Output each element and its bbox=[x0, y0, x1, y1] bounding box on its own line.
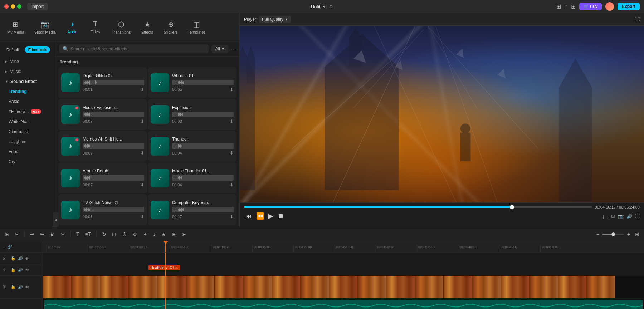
fullscreen-icon[interactable]: ⛶ bbox=[635, 16, 640, 22]
sidebar-item-basic[interactable]: Basic bbox=[0, 97, 55, 107]
download-button-memes-ah[interactable]: ⬇ bbox=[140, 150, 144, 156]
timeline-tool-speed[interactable]: ⏱ bbox=[120, 230, 129, 238]
track-3-lock[interactable]: 🔓 bbox=[11, 285, 16, 289]
sidebar-item-trending[interactable]: Trending bbox=[0, 87, 55, 97]
download-button-house-explosion[interactable]: ⬇ bbox=[140, 119, 144, 124]
audio-card-atomic-bomb[interactable]: ♪ Atomic Bomb bbox=[58, 162, 147, 193]
import-button[interactable]: Import bbox=[27, 3, 48, 10]
track-3-audio[interactable]: 🔊 bbox=[18, 285, 23, 289]
download-button-whoosh-01[interactable]: ⬇ bbox=[230, 87, 234, 92]
close-button[interactable] bbox=[4, 4, 9, 9]
play-button[interactable]: ▶ bbox=[267, 211, 275, 221]
download-button-atomic-bomb[interactable]: ⬇ bbox=[140, 182, 144, 187]
audio-card-tv-glitch[interactable]: ♪ TV Glitch Noise 01 bbox=[58, 194, 147, 225]
tab-filmstock[interactable]: Filmstock bbox=[25, 46, 50, 53]
toolbar-item-stickers[interactable]: ⊕ Stickers bbox=[160, 17, 182, 37]
download-button-tv-glitch[interactable]: ⬇ bbox=[140, 214, 144, 219]
audio-card-memes-ah[interactable]: ♪ Memes-Ah Shit He... bbox=[58, 131, 147, 162]
download-button-digital-glitch-02[interactable]: ⬇ bbox=[140, 87, 144, 92]
track-4-audio[interactable]: 🔊 bbox=[18, 268, 23, 272]
progress-bar[interactable] bbox=[244, 206, 592, 208]
vfx-label[interactable]: Realistic VFX P... bbox=[148, 265, 180, 270]
quality-select[interactable]: Full Quality ▼ bbox=[259, 16, 291, 23]
export-button[interactable]: Export bbox=[618, 3, 640, 10]
audio-card-computer-keyboard[interactable]: ♪ Computer Keyboar... bbox=[148, 194, 236, 225]
download-button-explosion[interactable]: ⬇ bbox=[230, 119, 234, 124]
sidebar-item-cinematic[interactable]: Cinematic bbox=[0, 127, 55, 137]
tab-default[interactable]: Default bbox=[3, 46, 23, 53]
timeline-tool-trim[interactable]: ✂ bbox=[13, 230, 21, 238]
sidebar-item-sound-effect[interactable]: ▼ Sound Effect bbox=[0, 77, 55, 87]
sidebar-item-white-noise[interactable]: White No... bbox=[0, 117, 55, 127]
timeline-zoom-out[interactable]: − bbox=[595, 230, 601, 238]
track-5-lock[interactable]: 🔓 bbox=[11, 256, 16, 261]
timeline-fit[interactable]: ⊞ bbox=[633, 230, 641, 238]
buy-button[interactable]: 🛒 Buy bbox=[579, 3, 602, 10]
track-4-lock[interactable]: 🔓 bbox=[11, 268, 16, 272]
track-3-visible[interactable]: 👁 bbox=[25, 285, 29, 289]
toolbar-item-audio[interactable]: ♪ Audio bbox=[62, 17, 83, 37]
audio-card-thunder[interactable]: ♪ Thunder bbox=[148, 131, 236, 162]
loop-end-icon[interactable]: ] bbox=[607, 214, 608, 219]
download-button-thunder[interactable]: ⬇ bbox=[230, 150, 234, 156]
step-back-button[interactable]: ⏪ bbox=[255, 211, 265, 221]
zoom-slider[interactable] bbox=[602, 234, 624, 235]
audio-card-whoosh-01[interactable]: ♪ Whoosh 01 bbox=[148, 67, 236, 98]
skip-back-button[interactable]: ⏮ bbox=[244, 212, 253, 221]
timeline-tool-audio-2[interactable]: ♪ bbox=[151, 230, 157, 238]
toolbar-item-stock-media[interactable]: 📷 Stock Media bbox=[30, 17, 60, 37]
timeline-tool-stabilize[interactable]: ⊕ bbox=[170, 230, 178, 238]
audio-card-explosion[interactable]: ♪ Explosion bbox=[148, 99, 236, 130]
toolbar-item-my-media[interactable]: ⊞ My Media bbox=[3, 17, 29, 37]
sidebar-item-music[interactable]: ▶ Music bbox=[0, 67, 55, 77]
timeline-tool-motion[interactable]: ➤ bbox=[180, 230, 188, 238]
volume-icon[interactable]: 🔊 bbox=[626, 214, 632, 219]
sidebar-item-food[interactable]: Food bbox=[0, 147, 55, 157]
add-track-button[interactable]: + bbox=[3, 245, 5, 249]
audio-card-house-explosion[interactable]: ♪ House Explosion... bbox=[58, 99, 147, 130]
cloud-icon[interactable]: ↑ bbox=[565, 3, 567, 10]
timeline-tool-text[interactable]: T bbox=[74, 230, 81, 238]
snapshot-icon[interactable]: 📷 bbox=[618, 214, 624, 219]
sidebar-item-mine[interactable]: ▶ Mine bbox=[0, 57, 55, 67]
download-button-computer-keyboard[interactable]: ⬇ bbox=[230, 214, 234, 219]
timeline-zoom-in[interactable]: + bbox=[625, 230, 632, 238]
sidebar-item-filmora[interactable]: #Filmora... HOT bbox=[0, 107, 55, 117]
timeline-tool-crop-2[interactable]: ⊡ bbox=[110, 230, 118, 238]
track-5-audio[interactable]: 🔊 bbox=[18, 256, 23, 261]
track-4-visible[interactable]: 👁 bbox=[25, 268, 29, 272]
timeline-tool-effects-2[interactable]: ★ bbox=[160, 230, 168, 238]
track-5-visible[interactable]: 👁 bbox=[25, 256, 29, 261]
audio-card-digital-glitch-02[interactable]: ♪ Digital Glitch 02 bbox=[58, 67, 147, 98]
timeline-tool-undo[interactable]: ↩ bbox=[28, 230, 36, 238]
filter-button[interactable]: All ▼ bbox=[211, 45, 228, 53]
stop-button[interactable]: ⏹ bbox=[276, 212, 286, 221]
sidebar-collapse-btn[interactable]: ◀ bbox=[53, 212, 55, 227]
timeline-tool-ai[interactable]: ✦ bbox=[141, 230, 149, 238]
minimize-button[interactable] bbox=[11, 4, 15, 9]
toolbar-item-transitions[interactable]: ⬡ Transitions bbox=[107, 17, 135, 37]
monitor-icon[interactable]: ⊞ bbox=[556, 3, 561, 10]
toolbar-item-templates[interactable]: ◫ Templates bbox=[184, 17, 210, 37]
link-track-button[interactable]: 🔗 bbox=[7, 245, 12, 249]
timeline-tool-caption[interactable]: ≡T bbox=[83, 230, 93, 238]
crop-icon[interactable]: ⊡ bbox=[611, 214, 615, 219]
timeline-tool-select[interactable]: ⊞ bbox=[3, 230, 11, 238]
fullscreen-ctrl-icon[interactable]: ⛶ bbox=[635, 214, 640, 219]
download-button-magic-thunder[interactable]: ⬇ bbox=[230, 182, 234, 187]
zoom-handle[interactable] bbox=[611, 232, 615, 236]
more-options-button[interactable]: ··· bbox=[231, 46, 236, 52]
timeline-tool-delete[interactable]: 🗑 bbox=[48, 230, 57, 238]
sidebar-item-laughter[interactable]: Laughter bbox=[0, 137, 55, 147]
toolbar-item-effects[interactable]: ★ Effects bbox=[137, 17, 158, 37]
audio-card-magic-thunder[interactable]: ♪ Magic Thunder 01... bbox=[148, 162, 236, 193]
timeline-tool-color[interactable]: ⚙ bbox=[131, 230, 139, 238]
timeline-tool-cut[interactable]: ✂ bbox=[59, 230, 67, 238]
progress-handle[interactable] bbox=[510, 205, 514, 209]
maximize-button[interactable] bbox=[17, 4, 21, 9]
search-input[interactable] bbox=[70, 46, 205, 52]
grid-icon[interactable]: ⊞ bbox=[571, 3, 576, 10]
timeline-tool-redo[interactable]: ↪ bbox=[38, 230, 46, 238]
timeline-tool-rotate[interactable]: ↻ bbox=[100, 230, 108, 238]
sidebar-item-cry[interactable]: Cry bbox=[0, 157, 55, 167]
